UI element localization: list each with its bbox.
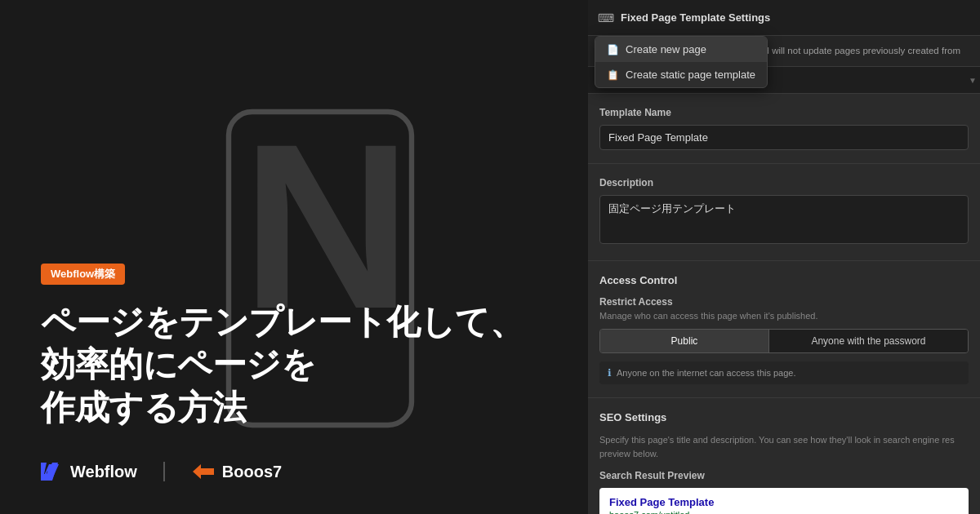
- dropdown-item-create-page[interactable]: 📄 Create new page: [595, 37, 767, 62]
- booos7-icon: [191, 463, 216, 481]
- access-control-section: Access Control Restrict Access Manage wh…: [588, 261, 980, 398]
- template-name-label: Template Name: [599, 107, 969, 118]
- description-label: Description: [599, 177, 969, 188]
- logo-divider: [163, 462, 165, 481]
- page-icon: 📄: [607, 44, 619, 55]
- template-icon: 📋: [607, 69, 619, 81]
- seo-preview-title: Fixed Page Template: [609, 496, 959, 508]
- left-panel: N Webflow構築 ページをテンプレート化して、 効率的にページを 作成する…: [0, 0, 588, 514]
- webflow-label: Webflow: [70, 463, 137, 481]
- access-info-text: Anyone on the internet can access this p…: [617, 368, 796, 378]
- access-info-icon: ℹ: [608, 367, 612, 379]
- description-section: Description: [588, 164, 980, 261]
- booos7-label: Booos7: [222, 463, 282, 481]
- webflow-icon: [41, 463, 64, 481]
- access-info-box: ℹ Anyone on the internet can access this…: [599, 361, 969, 384]
- category-badge: Webflow構築: [41, 264, 125, 285]
- template-name-input[interactable]: [599, 125, 969, 150]
- dropdown-item-static-template[interactable]: 📋 Create static page template: [595, 62, 767, 87]
- public-button[interactable]: Public: [600, 330, 768, 352]
- access-control-title: Access Control: [599, 274, 969, 286]
- search-result-label: Search Result Preview: [599, 470, 969, 481]
- logos-row: Webflow Booos7: [41, 462, 547, 481]
- access-buttons-group: Public Anyone with the password: [599, 329, 969, 353]
- cursor-icon: ⌨: [598, 11, 614, 24]
- seo-preview-url: booos7.com/untitled: [609, 510, 959, 514]
- seo-title: SEO Settings: [599, 411, 969, 423]
- password-button[interactable]: Anyone with the password: [768, 330, 968, 352]
- top-bar: ⌨ Fixed Page Template Settings: [588, 0, 980, 36]
- create-new-page-label: Create new page: [626, 43, 706, 55]
- template-name-section: Template Name: [588, 94, 980, 164]
- panel-title: Fixed Page Template Settings: [621, 11, 970, 24]
- description-textarea[interactable]: [599, 195, 969, 244]
- seo-section: SEO Settings Specify this page's title a…: [588, 398, 980, 514]
- main-heading: ページをテンプレート化して、 効率的にページを 作成する方法: [41, 301, 547, 430]
- restrict-access-desc: Manage who can access this page when it'…: [599, 311, 969, 321]
- create-static-template-label: Create static page template: [626, 69, 755, 81]
- seo-preview-box: Fixed Page Template booos7.com/untitled …: [599, 488, 969, 514]
- restrict-access-label: Restrict Access: [599, 296, 969, 308]
- seo-desc: Specify this page's title and descriptio…: [599, 433, 969, 460]
- webflow-logo: Webflow: [41, 463, 137, 481]
- dropdown-menu: 📄 Create new page 📋 Create static page t…: [595, 36, 768, 88]
- booos7-logo: Booos7: [191, 463, 282, 481]
- right-panel: ⌨ Fixed Page Template Settings 📄 Create …: [588, 0, 980, 514]
- collapse-arrow[interactable]: ▼: [969, 76, 977, 85]
- panel-content[interactable]: ℹ Changes only apply to new pages and wi…: [588, 36, 980, 514]
